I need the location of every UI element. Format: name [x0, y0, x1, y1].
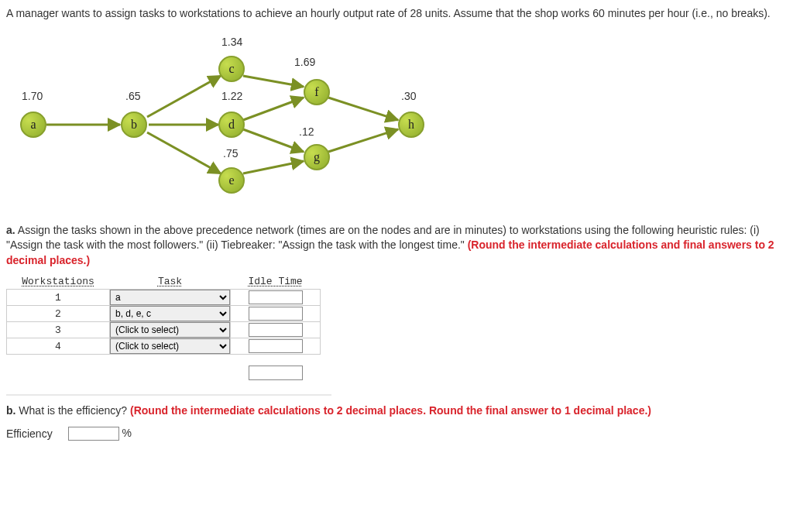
- question-b-round: (Round the intermediate calculations to …: [130, 404, 651, 417]
- node-b-time: .65: [125, 90, 140, 102]
- task-select[interactable]: (Click to select)ab, d, e, cf, ghf, g, h…: [110, 306, 230, 321]
- ws-cell: 2: [7, 306, 110, 322]
- node-a-time: 1.70: [22, 90, 43, 102]
- col-idle: Idle Time: [231, 274, 321, 290]
- question-b-prefix: b.: [6, 404, 15, 417]
- divider: [6, 394, 331, 396]
- task-select[interactable]: (Click to select)ab, d, e, cf, ghf, g, h…: [110, 290, 230, 305]
- svg-line-6: [243, 129, 304, 152]
- col-task: Task: [110, 274, 231, 290]
- node-e-time: .75: [223, 147, 238, 160]
- svg-line-1: [147, 76, 221, 117]
- idle-input[interactable]: [249, 323, 303, 337]
- table-row: 3(Click to select)ab, d, e, cf, ghf, g, …: [7, 322, 321, 338]
- node-c: c: [218, 56, 245, 82]
- col-workstations: Workstations: [7, 274, 110, 290]
- task-select[interactable]: (Click to select)ab, d, e, cf, ghf, g, h…: [110, 338, 230, 354]
- svg-line-4: [243, 76, 304, 87]
- question-a-prefix: a.: [6, 224, 15, 236]
- problem-intro: A manager wants to assign tasks to works…: [6, 6, 787, 22]
- ws-cell: 1: [7, 290, 110, 306]
- node-d-time: 1.22: [221, 90, 242, 102]
- question-a: a. Assign the tasks shown in the above p…: [6, 223, 787, 269]
- table-row: 2(Click to select)ab, d, e, cf, ghf, g, …: [7, 306, 321, 322]
- svg-line-8: [328, 98, 398, 120]
- node-h-time: .30: [401, 90, 416, 102]
- ws-cell: 4: [7, 338, 110, 355]
- table-row: 4(Click to select)ab, d, e, cf, ghf, g, …: [7, 338, 321, 355]
- table-row: 1(Click to select)ab, d, e, cf, ghf, g, …: [7, 290, 321, 306]
- node-b: b: [121, 112, 147, 138]
- idle-total-input[interactable]: [249, 366, 303, 380]
- idle-input[interactable]: [249, 290, 303, 304]
- idle-input[interactable]: [249, 307, 303, 321]
- question-b: b. What is the efficiency? (Round the in…: [6, 403, 787, 419]
- efficiency-input[interactable]: [68, 427, 119, 441]
- efficiency-row: Efficiency %: [6, 427, 787, 441]
- node-g: g: [304, 144, 330, 170]
- question-b-text: What is the efficiency?: [15, 404, 130, 417]
- efficiency-unit: %: [122, 427, 132, 439]
- node-f-time: 1.69: [294, 56, 315, 68]
- node-g-time: .12: [299, 125, 314, 138]
- svg-line-7: [243, 161, 304, 173]
- precedence-diagram: a 1.70 b .65 c 1.34 d 1.22 e .75 f 1.69 …: [14, 37, 448, 208]
- node-d: d: [218, 112, 245, 138]
- idle-input[interactable]: [249, 339, 303, 353]
- node-f: f: [304, 79, 330, 105]
- node-e: e: [218, 167, 245, 194]
- node-h: h: [398, 112, 424, 138]
- ws-cell: 3: [7, 322, 110, 338]
- svg-line-3: [147, 132, 221, 173]
- node-a: a: [20, 112, 46, 138]
- efficiency-label: Efficiency: [6, 427, 53, 440]
- node-c-time: 1.34: [221, 36, 242, 48]
- task-select[interactable]: (Click to select)ab, d, e, cf, ghf, g, h…: [110, 322, 230, 338]
- workstation-table: Workstations Task Idle Time 1(Click to s…: [6, 274, 321, 380]
- svg-line-5: [243, 98, 304, 120]
- svg-line-9: [328, 129, 398, 152]
